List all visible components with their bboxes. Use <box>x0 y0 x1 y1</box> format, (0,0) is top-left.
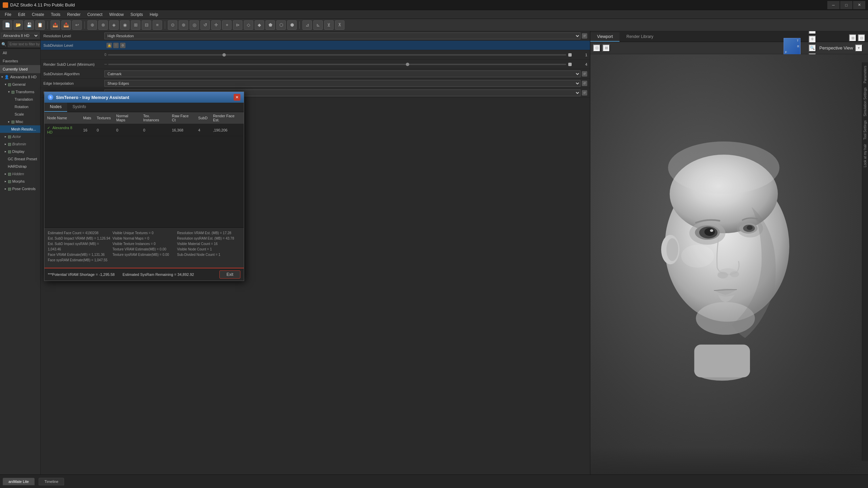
tab-timeline[interactable]: Timeline <box>39 478 64 485</box>
tree-hidden[interactable]: ▸ ▧ Hidden <box>0 170 40 178</box>
tool22[interactable]: ⊻ <box>324 20 334 30</box>
reset-icon[interactable]: ↺ <box>582 33 587 39</box>
render-subd-track[interactable] <box>108 64 566 65</box>
menu-edit[interactable]: Edit <box>15 11 28 18</box>
close-button[interactable]: ✕ <box>853 1 865 9</box>
open-button[interactable]: 📂 <box>14 20 23 30</box>
nav-currently-used[interactable]: Currently Used <box>0 65 40 73</box>
tree-brahmin[interactable]: ▸ ▧ Brahmin <box>0 140 40 148</box>
expand-icon[interactable]: ⊟ <box>858 34 865 42</box>
scene-object-selector[interactable]: Alexandra 8 HD <box>0 31 40 40</box>
menu-create[interactable]: Create <box>28 11 47 18</box>
camera-switch-icon[interactable]: ⊡ <box>593 44 600 52</box>
menu-file[interactable]: File <box>1 11 15 18</box>
render-subd-thumb[interactable] <box>406 63 409 66</box>
tree-misc[interactable]: ▸ ▧ Misc <box>0 118 40 125</box>
undo-button[interactable]: ↩ <box>72 20 82 30</box>
maximize-viewport-icon[interactable]: ⊞ <box>849 34 856 42</box>
sim-settings-tab[interactable]: Simulation Settings <box>863 85 867 119</box>
tree-transforms[interactable]: ▾ ▧ Transforms <box>0 88 40 96</box>
menu-window[interactable]: Window <box>106 11 127 18</box>
tab-render-library[interactable]: Render Library <box>619 32 660 42</box>
tree-morphs[interactable]: ▸ ▧ Morphs <box>0 178 40 185</box>
zoom-icon[interactable]: 🔍 <box>809 44 816 52</box>
resolution-level-select[interactable]: High Resolution <box>104 33 580 39</box>
tool20[interactable]: ⊿ <box>302 20 312 30</box>
save-as-button[interactable]: 📋 <box>35 20 45 30</box>
tool5[interactable]: ⊞ <box>131 20 140 30</box>
tool3[interactable]: ◈ <box>109 20 119 30</box>
tool10[interactable]: ◎ <box>190 20 199 30</box>
tree-general[interactable]: ▾ ▧ General <box>0 81 40 88</box>
exit-button[interactable]: Exit <box>219 270 240 279</box>
tab-nodes[interactable]: Nodes <box>44 103 67 112</box>
tool9[interactable]: ⊛ <box>179 20 188 30</box>
tool-settings-tab[interactable]: Tool Settings <box>863 118 867 142</box>
dialog-close-button[interactable]: ✕ <box>234 94 240 101</box>
subdivision-thumb[interactable] <box>222 53 226 57</box>
tool23[interactable]: ⊼ <box>335 20 344 30</box>
tab-sysinfo[interactable]: SysInfo <box>67 103 92 112</box>
params-tab[interactable]: Parameters <box>863 64 867 85</box>
tool14[interactable]: ⊳ <box>233 20 242 30</box>
nav-favorites[interactable]: Favorites <box>0 57 40 65</box>
menu-connect[interactable]: Connect <box>84 11 106 18</box>
menu-help[interactable]: Help <box>146 11 162 18</box>
maximize-button[interactable]: □ <box>840 1 852 9</box>
menu-tools[interactable]: Tools <box>47 11 64 18</box>
tree-gc-breast[interactable]: ▸ GC Breast Preset <box>0 155 40 163</box>
tool17[interactable]: ⬟ <box>265 20 275 30</box>
tree-scale[interactable]: ▸ Scale <box>0 110 40 118</box>
tool12[interactable]: ✛ <box>211 20 221 30</box>
tree-actor[interactable]: ▸ ▧ Actor <box>0 133 40 140</box>
view-dropdown-icon[interactable]: ▾ <box>855 44 863 52</box>
table-row[interactable]: ✓ Alexandra 8 HD 16 0 0 0 16,368 4 ,190,… <box>44 124 244 136</box>
tool16[interactable]: ◆ <box>255 20 264 30</box>
tree-pose-controls[interactable]: ▸ ▧ Pose Controls <box>0 185 40 192</box>
tool15[interactable]: ◇ <box>244 20 253 30</box>
tool7[interactable]: ≡ <box>153 20 162 30</box>
tool4[interactable]: ◉ <box>120 20 130 30</box>
tool6[interactable]: ⊟ <box>142 20 151 30</box>
lock-icon[interactable]: 🔒 <box>106 43 112 48</box>
reset-edge-icon[interactable]: ↺ <box>582 81 587 86</box>
import-button[interactable]: 📥 <box>61 20 71 30</box>
tab-animate-lite[interactable]: aniMate Lite <box>3 478 35 485</box>
subdivision-track[interactable] <box>108 54 566 56</box>
tool19[interactable]: ⬢ <box>287 20 297 30</box>
search-input[interactable] <box>8 41 41 47</box>
tree-translation[interactable]: ▸ Translation <box>0 96 40 103</box>
tree-rotation[interactable]: ▸ Rotation <box>0 103 40 110</box>
reset-normals-icon[interactable]: ↺ <box>582 90 587 96</box>
pan-icon[interactable]: ✛ <box>809 36 816 43</box>
menu-render[interactable]: Render <box>64 11 84 18</box>
tool8[interactable]: ⊙ <box>168 20 177 30</box>
tree-alexandra[interactable]: ▾ 👤 Alexandra 8 HD <box>0 73 40 81</box>
tool11[interactable]: ↺ <box>200 20 210 30</box>
tool21[interactable]: ⊾ <box>313 20 323 30</box>
tab-viewport[interactable]: Viewport <box>590 32 619 42</box>
tree-mesh-resolu[interactable]: ▸ Mesh Resolu... <box>0 125 40 133</box>
view-options-icon[interactable]: ⊠ <box>603 44 610 52</box>
heart-icon[interactable]: ♡ <box>113 43 119 48</box>
save-button[interactable]: 💾 <box>24 20 34 30</box>
tree-display[interactable]: ▸ ▧ Display <box>0 148 40 155</box>
object-dropdown[interactable]: Alexandra 8 HD <box>1 33 39 38</box>
tree-hardstrap[interactable]: ▸ HARDstrap <box>0 163 40 170</box>
nav-cube[interactable]: T F R <box>784 38 801 55</box>
nav-all[interactable]: All <box>0 49 40 57</box>
tool1[interactable]: ⊕ <box>87 20 97 30</box>
export-button[interactable]: 📤 <box>51 20 60 30</box>
lookatmyhair-tab[interactable]: Look at my hair <box>863 142 867 169</box>
tool13[interactable]: ⌖ <box>222 20 232 30</box>
edge-interp-select[interactable]: Sharp Edges <box>104 80 580 87</box>
tool18[interactable]: ⬡ <box>276 20 286 30</box>
menu-scripts[interactable]: Scripts <box>127 11 146 18</box>
reset-alg-icon[interactable]: ↺ <box>582 71 587 77</box>
viewport-3d[interactable] <box>590 54 868 474</box>
subd-algorithm-select[interactable]: Catmark <box>104 70 580 77</box>
minimize-button[interactable]: ─ <box>827 1 840 9</box>
new-button[interactable]: 📄 <box>3 20 12 30</box>
gear-icon[interactable]: ⚙ <box>120 43 125 48</box>
tool2[interactable]: ⊗ <box>98 20 108 30</box>
